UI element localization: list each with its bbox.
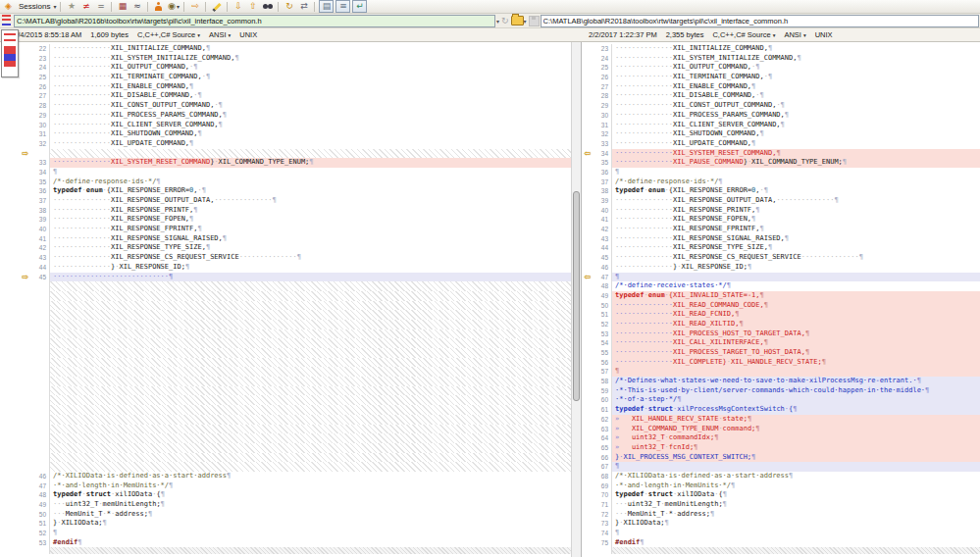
left-format-dropdown[interactable]: C,C++,C# Source▾ bbox=[137, 30, 200, 39]
code-line[interactable]: 64» uint32_T·commandIdx;¶ bbox=[582, 433, 980, 443]
code-line[interactable]: 59·*·This·is·used·by·client/server·comma… bbox=[582, 386, 980, 396]
code-text[interactable]: }·XILIOData;¶ bbox=[49, 519, 571, 529]
code-text[interactable]: ··············XIL_RESPONSE_SIGNAL_RAISED… bbox=[611, 234, 980, 244]
alignment-gap-row[interactable] bbox=[20, 291, 571, 301]
code-line[interactable]: 30··············XIL_CLIENT_SERVER_COMMAN… bbox=[20, 121, 571, 130]
code-text[interactable]: ¶ bbox=[611, 168, 980, 177]
alignment-gap-row[interactable] bbox=[20, 443, 571, 453]
end-of-file-row[interactable] bbox=[20, 547, 571, 557]
code-line[interactable]: 50···MemUnit_T·*·address;¶ bbox=[20, 510, 571, 520]
code-text[interactable]: ···MemUnit_T·*·address;¶ bbox=[611, 510, 980, 520]
code-line[interactable]: 51··············XIL_READ_FCNID,¶ bbox=[582, 310, 980, 320]
alignment-gap-row[interactable] bbox=[20, 453, 571, 463]
code-line[interactable]: 27··············XIL_DISABLE_COMMAND,·¶ bbox=[20, 91, 571, 101]
code-text[interactable] bbox=[49, 415, 571, 425]
code-text[interactable]: ··············XIL_CONST_OUTPUT_COMMAND,·… bbox=[49, 101, 571, 111]
code-line[interactable]: 33··············XIL_UPDATE_COMMAND,¶ bbox=[582, 139, 980, 149]
code-text[interactable]: ··············XIL_CLIENT_SERVER_COMMAND,… bbox=[49, 121, 571, 130]
code-text[interactable]: ··············}·XIL_RESPONSE_ID;¶ bbox=[611, 263, 980, 273]
code-line[interactable]: 29··············XIL_CONST_OUTPUT_COMMAND… bbox=[582, 101, 980, 111]
undo-icon[interactable]: ↻ bbox=[501, 15, 509, 26]
code-line[interactable]: 52¶ bbox=[20, 529, 571, 538]
code-text[interactable] bbox=[49, 358, 571, 368]
code-line[interactable]: 48typedef·struct·xilIOData·{¶ bbox=[20, 490, 571, 500]
code-text[interactable]: ··············XIL_READ_XILTID,¶ bbox=[611, 320, 980, 329]
alignment-gap-row[interactable] bbox=[20, 415, 571, 425]
code-line[interactable]: 31··············XIL_SHUTDOWN_COMMAND,¶ bbox=[20, 129, 571, 139]
code-text[interactable]: ··············XIL_RESPONSE_FOPEN,¶ bbox=[611, 215, 980, 225]
code-line[interactable]: 22··············XIL_INITIALIZE_COMMAND,¶ bbox=[20, 44, 571, 54]
code-line[interactable]: 41··············XIL_RESPONSE_FOPEN,¶ bbox=[582, 215, 980, 225]
code-line[interactable]: 53#endif¶ bbox=[20, 538, 571, 548]
code-text[interactable]: typedef·enum·{XIL_INVALID_STATE=-1,¶ bbox=[611, 291, 980, 301]
alignment-gap-row[interactable] bbox=[20, 338, 571, 348]
code-line[interactable]: 72···MemUnit_T·*·address;¶ bbox=[582, 510, 980, 520]
save-button[interactable] bbox=[529, 15, 540, 26]
minor-differences-toggle[interactable]: ▦ bbox=[116, 1, 129, 12]
code-text[interactable]: ··············XIL_CALL_XILINTERFACE,¶ bbox=[611, 338, 980, 348]
code-line[interactable]: 29··············XIL_PROCESS_PARAMS_COMMA… bbox=[20, 111, 571, 121]
code-text[interactable]: typedef·struct·xilIOData·{¶ bbox=[49, 490, 571, 500]
code-line[interactable]: 53··············XIL_PROCESS_HOST_TO_TARG… bbox=[582, 329, 980, 339]
scrollbar-thumb[interactable] bbox=[573, 191, 580, 401]
code-line[interactable]: 65» uint32_T·fcnId;¶ bbox=[582, 443, 980, 453]
code-text[interactable]: /*·define·response·ids·*/¶ bbox=[611, 177, 980, 187]
code-line[interactable]: 32··············XIL_SHUTDOWN_COMMAND,¶ bbox=[582, 129, 980, 139]
edit-button[interactable] bbox=[210, 1, 223, 12]
code-text[interactable]: ··············XIL_CLIENT_SERVER_COMMAND,… bbox=[611, 121, 980, 130]
left-path-dropdown-button[interactable]: ▾ bbox=[496, 15, 499, 26]
code-text[interactable]: typedef·enum·{XIL_RESPONSE_ERROR=0,·¶ bbox=[611, 186, 980, 196]
code-line[interactable]: 61typedef·struct·xilProcessMsgContextSwi… bbox=[582, 405, 980, 415]
code-line[interactable]: 49···uint32_T·memUnitLength;¶ bbox=[20, 500, 571, 510]
code-line[interactable]: 28··············XIL_CONST_OUTPUT_COMMAND… bbox=[20, 101, 571, 111]
code-line[interactable]: ⇨45····························¶ bbox=[20, 273, 571, 282]
code-line[interactable]: 42··············XIL_RESPONSE_FPRINTF,¶ bbox=[582, 225, 980, 234]
alignment-gap-row[interactable] bbox=[20, 348, 571, 358]
code-line[interactable]: 42··············XIL_RESPONSE_TYPE_SIZE,¶ bbox=[20, 243, 571, 253]
code-text[interactable]: ··············XIL_RESPONSE_FOPEN,¶ bbox=[49, 215, 571, 225]
code-text[interactable]: ··············XIL_UPDATE_COMMAND,¶ bbox=[49, 139, 571, 149]
code-line[interactable]: 55··············XIL_PROCESS_TARGET_TO_HO… bbox=[582, 348, 980, 358]
code-line[interactable]: 43··············XIL_RESPONSE_CS_REQUEST_… bbox=[20, 253, 571, 263]
code-text[interactable]: ··············XIL_RESPONSE_PRINTF,¶ bbox=[49, 206, 571, 216]
end-of-file-row[interactable] bbox=[582, 547, 980, 557]
code-text[interactable]: ¶ bbox=[49, 168, 571, 177]
code-line[interactable]: 74¶ bbox=[582, 529, 980, 538]
code-text[interactable]: typedef·enum·{XIL_RESPONSE_ERROR=0,·¶ bbox=[49, 186, 571, 196]
right-file-path-input[interactable] bbox=[541, 15, 979, 27]
display-format-button[interactable]: ◉▾ bbox=[167, 1, 180, 12]
code-text[interactable] bbox=[49, 405, 571, 415]
alignment-gap-row[interactable] bbox=[20, 433, 571, 443]
code-text[interactable]: ··············XIL_COMPLETE}·XIL_HANDLE_R… bbox=[611, 358, 980, 368]
code-text[interactable] bbox=[49, 320, 571, 329]
reload-button[interactable]: ⇄ bbox=[297, 1, 310, 12]
code-text[interactable] bbox=[49, 338, 571, 348]
vertical-scrollbar[interactable] bbox=[571, 42, 581, 557]
code-line[interactable]: 45··············XIL_RESPONSE_CS_REQUEST_… bbox=[582, 253, 980, 263]
alignment-gap-row[interactable] bbox=[20, 320, 571, 329]
code-line[interactable]: 57¶ bbox=[582, 367, 980, 377]
code-line[interactable]: 60·*·of·a·step·*/¶ bbox=[582, 395, 980, 405]
code-line[interactable]: 46/*·XILIOData·is·defined·as·a·start·add… bbox=[20, 472, 571, 481]
code-text[interactable]: ··············XIL_TERMINATE_COMMAND,·¶ bbox=[49, 73, 571, 82]
alignment-gap-row[interactable] bbox=[20, 301, 571, 311]
code-line[interactable]: ⇦47¶ bbox=[582, 273, 980, 282]
code-line[interactable]: 32··············XIL_UPDATE_COMMAND,¶ bbox=[20, 139, 571, 149]
code-line[interactable]: 28··············XIL_DISABLE_COMMAND,·¶ bbox=[582, 91, 980, 101]
code-text[interactable]: #endif¶ bbox=[49, 538, 571, 548]
code-text[interactable]: ··············XIL_SHUTDOWN_COMMAND,¶ bbox=[49, 129, 571, 139]
code-text[interactable]: ··············XIL_RESPONSE_PRINTF,¶ bbox=[611, 206, 980, 216]
code-line[interactable]: 26··············XIL_ENABLE_COMMAND,¶ bbox=[20, 82, 571, 92]
code-text[interactable]: ··············XIL_RESPONSE_TYPE_SIZE,¶ bbox=[611, 243, 980, 253]
code-text[interactable]: /*·XILIOData·is·defined·as·a·start·addre… bbox=[611, 472, 980, 481]
code-text[interactable] bbox=[49, 462, 571, 472]
alignment-gap-row[interactable] bbox=[20, 425, 571, 434]
code-line[interactable]: 73}·XILIOData;¶ bbox=[582, 519, 980, 529]
previous-difference-button[interactable]: ⇧ bbox=[246, 1, 259, 12]
code-line[interactable]: 24··············XIL_SYSTEM_INITIALIZE_CO… bbox=[582, 54, 980, 64]
code-line[interactable]: 27··············XIL_ENABLE_COMMAND,¶ bbox=[582, 82, 980, 92]
code-text[interactable]: ··············XIL_RESPONSE_OUTPUT_DATA,·… bbox=[49, 196, 571, 206]
code-text[interactable]: ··············XIL_ENABLE_COMMAND,¶ bbox=[49, 82, 571, 92]
code-text[interactable] bbox=[49, 547, 571, 554]
code-text[interactable]: » uint32_T·fcnId;¶ bbox=[611, 443, 980, 453]
